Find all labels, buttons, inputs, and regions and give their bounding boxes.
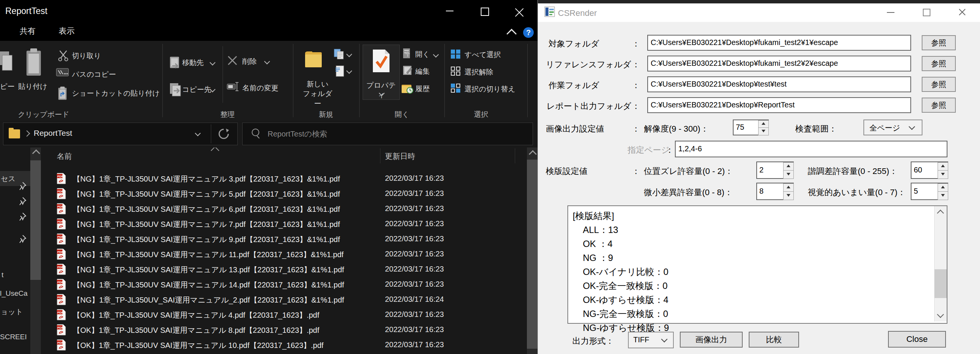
format-combobox[interactable]: TIFF [628,332,674,348]
table-row[interactable]: PDF 【NG】1章_TP-JL350UV SAI運用マニュアル 11.pdf【… [41,247,527,262]
search-box[interactable]: ReportTestの検索 [242,122,533,145]
move-to-icon[interactable] [169,56,181,70]
select-all-icon[interactable] [450,49,461,59]
close-button[interactable]: Close [888,331,946,348]
scroll-up-icon[interactable] [937,210,943,216]
edit-icon[interactable] [402,65,413,76]
paste-shortcut-icon[interactable] [57,86,68,101]
visual-value[interactable]: 5 [914,187,918,195]
open-label[interactable]: 開く [415,49,430,59]
delete-chevron-icon[interactable] [264,59,270,65]
image-output-button[interactable]: 画像出力 [680,332,743,348]
file-name[interactable]: 【NG】1章_TP-JL350UV SAI運用マニュアル 11.pdf【2203… [73,249,377,260]
table-row[interactable]: PDF 【NG】1章_TP-JL350UV SAI運用マニュアル 14.pdf【… [41,277,527,292]
table-row[interactable]: PDF 【NG】1章_TP-JL350UV SAI運用マニュアル 3.pdf【2… [41,171,527,186]
address-dropdown-icon[interactable] [195,130,201,137]
new-folder-label-line1[interactable]: 新しい [302,79,333,89]
scrollbar-thumb[interactable] [527,160,538,349]
move-to-chevron-icon[interactable] [210,60,216,66]
file-date[interactable]: 2022/03/17 16:23 [385,265,444,273]
new-item-icon[interactable] [334,48,345,60]
browse-button[interactable]: 参照 [922,77,956,92]
address-bar[interactable]: ReportTest [3,122,238,145]
sidebar-item-quickaccess[interactable]: セス [1,174,16,184]
delete-label[interactable]: 削除 [242,57,257,67]
copy-to-icon[interactable] [169,83,182,97]
file-name[interactable]: 【OK】1章_TP-JL350UV SAI運用マニュアル 4.pdf【22031… [73,310,377,320]
file-list-scrollbar[interactable] [527,148,538,354]
file-name[interactable]: 【NG】1章_TP-JL350UV SAI運用マニュアル 7.pdf【22031… [73,219,377,230]
tab-share[interactable]: 共有 [20,26,36,36]
help-icon[interactable]: ? [523,27,534,38]
new-folder-label-line2[interactable]: フォルダー [301,89,334,108]
file-date[interactable]: 2022/03/17 16:23 [385,235,444,243]
select-none-icon[interactable] [450,66,461,76]
browse-button[interactable]: 参照 [922,35,956,50]
open-chevron-icon[interactable] [433,52,439,58]
sidebar-scrollbar[interactable] [30,148,41,354]
new-folder-icon[interactable] [304,48,323,71]
history-icon[interactable] [401,83,414,94]
copy-to-label[interactable]: コピー先 [182,85,211,95]
scroll-up-icon[interactable] [32,149,40,157]
refresh-icon[interactable] [218,128,230,140]
select-none-label[interactable]: 選択解除 [465,67,493,77]
table-row[interactable]: PDF 【NG】1章_TP-JL350UV SAI運用マニュアル 7.pdf【2… [41,216,527,232]
micro-spinner[interactable]: 8 [756,183,794,200]
file-name[interactable]: 【NG】1章_TP-JL350UV SAI運用マニュアル 13.pdf【2203… [73,265,377,275]
copy-button-label[interactable]: ピー [0,82,14,92]
table-row[interactable]: PDF 【NG】1章_TP-JL350UV SAI運用マニュアル 13.pdf【… [41,262,527,277]
file-date[interactable]: 2022/03/17 16:23 [385,280,444,289]
paste-shortcut-label[interactable]: ショートカットの貼り付け [72,89,160,98]
column-divider[interactable] [380,148,380,164]
invert-selection-icon[interactable] [450,83,461,93]
table-row[interactable]: PDF 【NG】1章_TP-JL350UV SAI運用マニュアル 6.pdf【2… [41,201,527,216]
sidebar-item-fragment[interactable]: l_UseCa [0,289,28,298]
close-icon[interactable] [515,8,524,17]
table-row[interactable]: PDF 【NG】1章_TP-JL350UV SAI運用マニュアル 9.pdf【2… [41,232,527,247]
pages-field[interactable]: 1,2,4-6 [675,141,947,157]
file-date[interactable]: 2022/03/17 16:23 [385,310,444,319]
invert-selection-label[interactable]: 選択の切り替え [465,84,515,94]
visual-spinner[interactable]: 5 [911,183,948,200]
sidebar-item-fragment[interactable]: t [2,271,3,279]
breadcrumb[interactable]: ReportTest [34,129,72,138]
results-scrollbar[interactable] [934,206,947,321]
tone-value[interactable]: 60 [914,166,922,175]
minimize-icon[interactable] [446,11,453,11]
tab-view[interactable]: 表示 [59,26,75,36]
paste-button-label[interactable]: 貼り付け [18,82,47,92]
target-folder-field[interactable]: C:¥Users¥EB030221¥Desktop¥fukami_test2¥1… [647,35,911,51]
csr-close-icon[interactable] [958,8,966,16]
copy-icon[interactable] [0,49,15,79]
file-date[interactable]: 2022/03/17 16:24 [385,295,444,304]
maximize-icon[interactable] [481,8,489,16]
file-name[interactable]: 【NG】1章_TP-JL350UV SAI運用マニュアル 14.pdf【2203… [73,280,377,290]
edit-label[interactable]: 編集 [415,67,430,76]
history-label[interactable]: 履歴 [415,84,430,94]
file-name[interactable]: 【NG】1章_TP-JL350UV SAI運用マニュアル 3.pdf【22031… [73,174,377,184]
file-name[interactable]: 【NG】1章_TP-JL350UV_SAI運用マニュアル_2.pdf【22031… [73,295,377,305]
resolution-spinner[interactable]: 75 [733,119,769,135]
file-name[interactable]: 【NG】1章_TP-JL350UV SAI運用マニュアル 5.pdf【22031… [73,189,377,199]
scroll-up-icon[interactable] [529,150,537,158]
file-name[interactable]: 【OK】1章_TP-JL350UV SAI運用マニュアル 10.pdf【2203… [73,340,377,351]
file-date[interactable]: 2022/03/17 16:23 [385,204,444,213]
easy-access-icon[interactable] [335,65,344,77]
cut-label[interactable]: 切り取り [72,51,101,61]
new-item-chevron-icon[interactable] [346,51,352,57]
browse-button[interactable]: 参照 [922,98,956,113]
table-row[interactable]: PDF 【OK】1章_TP-JL350UV SAI運用マニュアル 8.pdf【2… [41,322,527,337]
pos-spinner[interactable]: 2 [756,162,794,179]
file-date[interactable]: 2022/03/17 16:23 [385,249,444,258]
results-box[interactable]: [検版結果] ALL：13 OK ：4 NG ：9 OK-バイナリ比較：0 OK… [567,205,947,324]
table-row[interactable]: PDF 【OK】1章_TP-JL350UV SAI運用マニュアル 10.pdf【… [41,337,527,352]
file-date[interactable]: 2022/03/17 16:23 [385,189,444,198]
file-name[interactable]: 【OK】1章_TP-JL350UV SAI運用マニュアル 8.pdf【22031… [73,325,377,335]
csr-maximize-icon[interactable] [923,9,931,16]
resolution-value[interactable]: 75 [736,123,744,132]
pos-value[interactable]: 2 [759,166,764,175]
select-all-label[interactable]: すべて選択 [465,50,501,60]
file-name[interactable]: 【NG】1章_TP-JL350UV SAI運用マニュアル 6.pdf【22031… [73,204,377,214]
scrollbar-thumb[interactable] [30,160,41,280]
